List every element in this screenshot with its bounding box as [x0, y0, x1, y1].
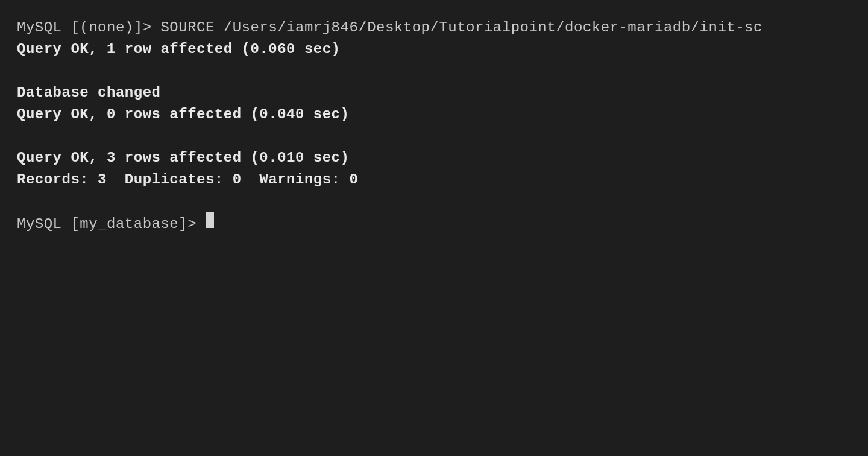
query-result-1: Query OK, 1 row affected (0.060 sec): [17, 39, 851, 60]
blank-line: [17, 125, 851, 147]
blank-line: [17, 60, 851, 82]
active-prompt-line[interactable]: MySQL [my_database]>: [17, 212, 851, 235]
query-result-2: Query OK, 0 rows affected (0.040 sec): [17, 104, 851, 125]
command-line: MySQL [(none)]> SOURCE /Users/iamrj846/D…: [17, 17, 851, 39]
mysql-prompt-active: MySQL [my_database]>: [17, 214, 206, 235]
mysql-prompt: MySQL [(none)]>: [17, 19, 160, 36]
records-summary: Records: 3 Duplicates: 0 Warnings: 0: [17, 169, 851, 191]
cursor-block: [206, 212, 214, 228]
query-result-3: Query OK, 3 rows affected (0.010 sec): [17, 147, 851, 169]
terminal-output[interactable]: MySQL [(none)]> SOURCE /Users/iamrj846/D…: [17, 17, 851, 235]
source-command: SOURCE /Users/iamrj846/Desktop/Tutorialp…: [160, 19, 762, 36]
blank-line: [17, 191, 851, 212]
database-changed: Database changed: [17, 82, 851, 104]
